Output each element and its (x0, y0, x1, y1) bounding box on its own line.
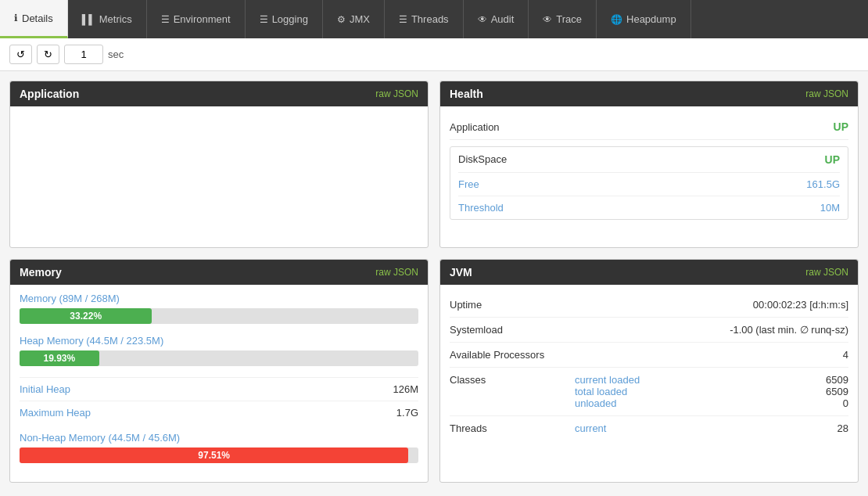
tab-trace[interactable]: 👁 Trace (529, 0, 597, 38)
logging-icon: ☰ (260, 14, 268, 25)
memory-card-header: Memory raw JSON (10, 260, 428, 285)
tab-details[interactable]: ℹ Details (0, 0, 68, 38)
health-card-title: Health (450, 88, 483, 100)
memory-card-title: Memory (20, 266, 62, 279)
memory-card: Memory raw JSON Memory (89M / 268M) 33.2… (9, 259, 429, 483)
application-raw-json[interactable]: raw JSON (375, 88, 418, 99)
health-free-value: 161.5G (806, 178, 840, 190)
memory-heap-percent: 19.93% (43, 353, 75, 364)
jvm-total-loaded-label: total loaded (575, 386, 627, 397)
jvm-unloaded-label: unloaded (575, 397, 617, 409)
jvm-uptime-row: Uptime 00:00:02:23 [d:h:m:s] (450, 293, 848, 318)
jvm-threads-block: current 28 (575, 422, 848, 434)
health-diskspace-section: DiskSpace UP Free 161.5G Threshold 10M (450, 146, 848, 220)
jvm-raw-json[interactable]: raw JSON (805, 267, 848, 278)
tab-metrics[interactable]: ▌▌ Metrics (68, 0, 147, 38)
health-card-header: Health raw JSON (440, 81, 858, 106)
memory-total-bar: 33.22% (20, 308, 152, 324)
health-application-status: UP (834, 120, 848, 133)
jvm-unloaded-value: 0 (843, 397, 848, 409)
jvm-classes-block: current loaded 6509 total loaded 6509 un… (575, 374, 848, 409)
jvm-uptime-value: 00:00:02:23 [d:h:m:s] (753, 299, 848, 311)
audit-icon: 👁 (478, 14, 487, 25)
main-content: Application raw JSON Health raw JSON App… (0, 71, 868, 492)
memory-heap-label: Heap Memory (44.5M / 223.5M) (20, 335, 418, 347)
info-icon: ℹ (14, 13, 18, 23)
memory-non-heap-bar-wrap: 97.51% (20, 447, 418, 463)
health-card-body: Application UP DiskSpace UP Free 161.5G … (440, 106, 858, 234)
jvm-processors-label: Available Processors (450, 349, 575, 361)
tab-threads[interactable]: ☰ Threads (385, 0, 464, 38)
health-threshold-label: Threshold (458, 202, 504, 214)
health-diskspace-status: UP (825, 153, 840, 166)
application-card-title: Application (20, 88, 79, 100)
memory-initial-heap-row: Initial Heap 126M (20, 377, 418, 401)
application-card: Application raw JSON (9, 81, 429, 248)
jvm-classes-label: Classes (450, 374, 575, 386)
jvm-total-loaded-line: total loaded 6509 (575, 386, 848, 397)
jvm-systemload-label: Systemload (450, 324, 575, 336)
health-card: Health raw JSON Application UP DiskSpace… (439, 81, 859, 248)
health-free-row: Free 161.5G (458, 173, 840, 196)
memory-total-label: Memory (89M / 268M) (20, 293, 418, 304)
jvm-current-loaded-line: current loaded 6509 (575, 374, 848, 386)
jvm-classes-row: Classes current loaded 6509 total loaded… (450, 368, 848, 416)
health-application-row: Application UP (450, 114, 848, 140)
tab-logging-label: Logging (272, 13, 308, 25)
jvm-systemload-value: -1.00 (last min. ∅ runq-sz) (730, 324, 848, 336)
health-threshold-value: 10M (820, 202, 840, 214)
health-raw-json[interactable]: raw JSON (805, 88, 848, 99)
memory-non-heap-label: Non-Heap Memory (44.5M / 45.6M) (20, 432, 418, 444)
application-card-body (10, 106, 428, 247)
jvm-processors-row: Available Processors 4 (450, 343, 848, 368)
jvm-uptime-label: Uptime (450, 299, 575, 311)
memory-non-heap-percent: 97.51% (198, 450, 230, 461)
jvm-card-title: JVM (450, 266, 472, 279)
health-application-label: Application (450, 121, 500, 133)
memory-non-heap-item: Non-Heap Memory (44.5M / 45.6M) 97.51% (20, 432, 418, 463)
tab-details-label: Details (22, 13, 53, 24)
memory-total-bar-wrap: 33.22% (20, 308, 418, 324)
health-diskspace-header: DiskSpace UP (458, 147, 840, 173)
tab-audit[interactable]: 👁 Audit (464, 0, 529, 38)
tab-jmx[interactable]: ⚙ JMX (323, 0, 385, 38)
auto-refresh-button[interactable]: ↻ (37, 45, 59, 64)
memory-initial-heap-value: 126M (393, 383, 418, 395)
jvm-threads-current-label: current (575, 422, 606, 434)
jmx-icon: ⚙ (337, 14, 346, 25)
tab-logging[interactable]: ☰ Logging (246, 0, 323, 38)
jvm-threads-row: Threads current 28 (450, 416, 848, 440)
memory-raw-json[interactable]: raw JSON (375, 267, 418, 278)
memory-heap-bar-wrap: 19.93% (20, 350, 418, 366)
tab-audit-label: Audit (491, 13, 515, 25)
jvm-current-loaded-value: 6509 (826, 374, 848, 386)
jvm-unloaded-line: unloaded 0 (575, 397, 848, 409)
memory-card-body: Memory (89M / 268M) 33.22% Heap Memory (… (10, 285, 428, 482)
tab-trace-label: Trace (556, 13, 582, 25)
application-card-header: Application raw JSON (10, 81, 428, 106)
environment-icon: ☰ (161, 14, 170, 25)
jvm-current-loaded-label: current loaded (575, 374, 640, 386)
tab-threads-label: Threads (411, 13, 449, 25)
jvm-card: JVM raw JSON Uptime 00:00:02:23 [d:h:m:s… (439, 259, 859, 483)
memory-max-heap-value: 1.7G (396, 407, 418, 419)
health-free-label: Free (458, 178, 479, 190)
interval-input[interactable] (64, 45, 103, 64)
memory-total-percent: 33.22% (70, 311, 102, 322)
jvm-threads-label: Threads (450, 422, 575, 434)
memory-max-heap-row: Maximum Heap 1.7G (20, 401, 418, 424)
memory-heap-item: Heap Memory (44.5M / 223.5M) 19.93% (20, 335, 418, 366)
tab-environment[interactable]: ☰ Environment (147, 0, 246, 38)
jvm-card-header: JVM raw JSON (440, 260, 858, 285)
trace-icon: 👁 (543, 14, 552, 25)
threads-icon: ☰ (399, 14, 407, 25)
memory-max-heap-label: Maximum Heap (20, 407, 91, 419)
tab-jmx-label: JMX (350, 13, 370, 25)
interval-unit: sec (108, 49, 124, 60)
refresh-button[interactable]: ↺ (9, 45, 32, 64)
jvm-processors-value: 4 (843, 349, 848, 361)
heapdump-icon: 🌐 (611, 14, 622, 25)
health-diskspace-label: DiskSpace (458, 153, 507, 166)
tab-environment-label: Environment (174, 13, 231, 25)
tab-heapdump[interactable]: 🌐 Heapdump (597, 0, 691, 38)
